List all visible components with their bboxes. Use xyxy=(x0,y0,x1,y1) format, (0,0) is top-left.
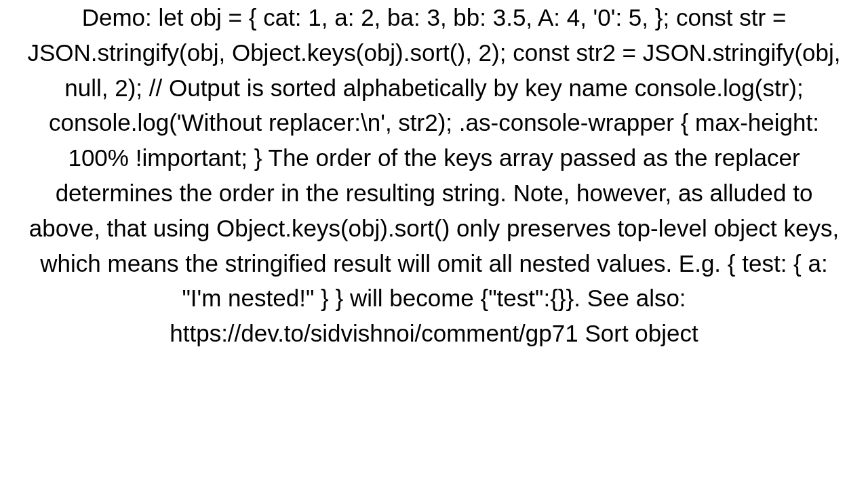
body-text: Demo: let obj = { cat: 1, a: 2, ba: 3, b… xyxy=(27,4,840,346)
document-body: Demo: let obj = { cat: 1, a: 2, ba: 3, b… xyxy=(0,0,868,488)
